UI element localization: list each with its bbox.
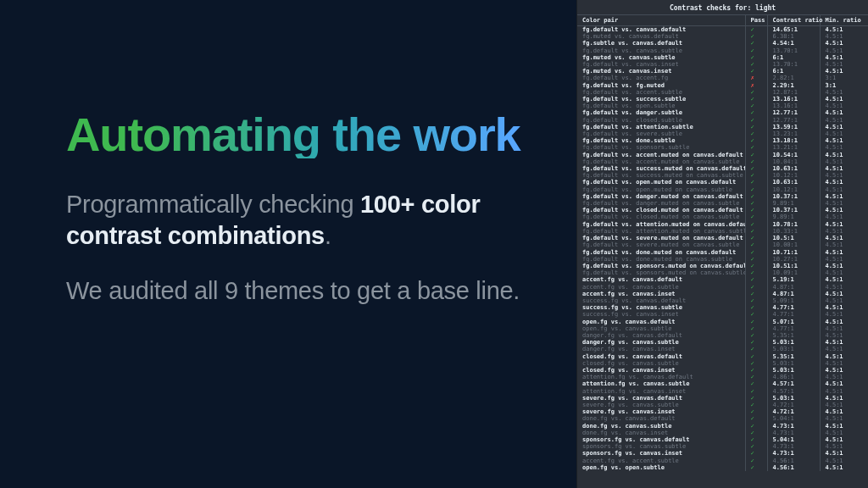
cell-pass: ✓ <box>745 130 767 137</box>
cell-pair: danger.fg vs. canvas.inset <box>577 346 745 352</box>
cell-min: 4.5:1 <box>820 297 868 304</box>
cell-pair: fg.default vs. done.muted on canvas.subt… <box>577 256 745 263</box>
check-icon: ✓ <box>751 158 754 165</box>
col-min: Min. ratio <box>820 15 868 26</box>
table-row: fg.default vs. done.muted on canvas.subt… <box>577 256 868 263</box>
table-row: fg.default vs. closed.muted on canvas.su… <box>577 214 868 220</box>
cell-ratio: 4.56:1 <box>767 458 820 464</box>
cell-pair: accent.fg vs. accent.subtle <box>577 458 745 464</box>
cell-pair: danger.fg vs. canvas.default <box>577 332 745 339</box>
table-row: danger.fg vs. canvas.default✓5.35:14.5:1 <box>577 332 868 339</box>
cell-ratio: 13.70:1 <box>767 47 820 54</box>
cell-min: 4.5:1 <box>820 228 868 235</box>
check-icon: ✓ <box>751 415 754 422</box>
check-icon: ✓ <box>751 249 754 256</box>
table-row: sponsors.fg vs. canvas.default✓5.04:14.5… <box>577 436 868 443</box>
cell-pair: done.fg vs. canvas.default <box>577 415 745 422</box>
cell-ratio: 14.65:1 <box>767 26 820 34</box>
cell-min: 4.5:1 <box>820 380 868 387</box>
check-icon: ✓ <box>751 269 754 276</box>
table-row: fg.default vs. canvas.inset✓13.70:14.5:1 <box>577 61 868 68</box>
cell-pair: fg.default vs. canvas.inset <box>577 61 745 68</box>
cell-pair: success.fg vs. canvas.default <box>577 297 745 304</box>
cell-pass: ✗ <box>745 75 767 81</box>
cell-pass: ✓ <box>745 235 767 241</box>
cell-pass: ✓ <box>745 464 767 471</box>
cell-pass: ✗ <box>745 82 767 89</box>
cell-pass: ✓ <box>745 137 767 144</box>
cell-pair: done.fg vs. canvas.subtle <box>577 423 745 430</box>
cell-ratio: 13.23:1 <box>767 130 820 137</box>
cell-pass: ✓ <box>745 33 767 40</box>
contrast-table: Color pair Pass Contrast ratio Min. rati… <box>577 14 868 471</box>
subtitle-2: We audited all 9 themes to get a base li… <box>66 275 542 307</box>
cell-pair: fg.default vs. done.subtle <box>577 137 745 144</box>
cell-pass: ✓ <box>745 319 767 325</box>
cell-pair: fg.default vs. danger.subtle <box>577 109 745 116</box>
check-icon: ✓ <box>751 235 754 241</box>
cell-pass: ✓ <box>745 193 767 200</box>
cell-ratio: 9.89:1 <box>767 214 820 220</box>
cell-ratio: 10.37:1 <box>767 207 820 214</box>
cell-ratio: 5.03:1 <box>767 339 820 346</box>
cell-pass: ✓ <box>745 436 767 443</box>
table-row: severe.fg vs. canvas.subtle✓4.72:14.5:1 <box>577 402 868 408</box>
cell-min: 3:1 <box>820 82 868 89</box>
check-icon: ✓ <box>751 319 754 325</box>
table-row: fg.muted vs. canvas.subtle✓6:14.5:1 <box>577 54 868 61</box>
cell-min: 4.5:1 <box>820 26 868 34</box>
cell-pair: fg.default vs. severe.subtle <box>577 130 745 137</box>
cell-min: 4.5:1 <box>820 464 868 471</box>
check-icon: ✓ <box>751 172 754 179</box>
cell-min: 4.5:1 <box>820 353 868 360</box>
cell-min: 4.5:1 <box>820 130 868 137</box>
table-row: fg.default vs. canvas.default✓14.65:14.5… <box>577 26 868 34</box>
check-icon: ✓ <box>751 353 754 360</box>
cell-pair: open.fg vs. canvas.default <box>577 319 745 325</box>
cell-pair: fg.default vs. done.muted on canvas.defa… <box>577 249 745 256</box>
check-icon: ✓ <box>751 89 754 96</box>
check-icon: ✓ <box>751 395 754 402</box>
cell-min: 4.5:1 <box>820 395 868 402</box>
cell-min: 4.5:1 <box>820 152 868 158</box>
cell-pair: fg.default vs. success.muted on canvas.d… <box>577 165 745 172</box>
check-icon: ✓ <box>751 450 754 457</box>
check-icon: ✓ <box>751 367 754 374</box>
table-row: attention.fg vs. canvas.subtle✓4.57:14.5… <box>577 380 868 387</box>
cell-min: 4.5:1 <box>820 235 868 241</box>
cell-min: 4.5:1 <box>820 124 868 130</box>
check-icon: ✓ <box>751 33 754 40</box>
check-icon: ✓ <box>751 68 754 75</box>
check-icon: ✓ <box>751 193 754 200</box>
cell-min: 4.5:1 <box>820 269 868 276</box>
table-row: fg.default vs. severe.muted on canvas.su… <box>577 241 868 248</box>
table-row: severe.fg vs. canvas.inset✓4.72:14.5:1 <box>577 408 868 415</box>
cell-ratio: 10.54:1 <box>767 152 820 158</box>
cell-min: 4.5:1 <box>820 96 868 103</box>
check-icon: ✓ <box>751 103 754 109</box>
cell-min: 4.5:1 <box>820 214 868 220</box>
check-icon: ✓ <box>751 346 754 352</box>
cell-ratio: 4.87:1 <box>767 284 820 291</box>
cell-min: 4.5:1 <box>820 423 868 430</box>
table-row: fg.default vs. success.muted on canvas.s… <box>577 172 868 179</box>
cell-ratio: 10.09:1 <box>767 269 820 276</box>
cell-min: 4.5:1 <box>820 339 868 346</box>
cell-pair: fg.default vs. danger.muted on canvas.su… <box>577 200 745 207</box>
cell-pair: fg.default vs. closed.muted on canvas.de… <box>577 207 745 214</box>
cell-pass: ✓ <box>745 89 767 96</box>
cell-ratio: 4.86:1 <box>767 374 820 380</box>
cell-ratio: 2.29:1 <box>767 82 820 89</box>
cell-ratio: 13.16:1 <box>767 96 820 103</box>
cell-pair: attention.fg vs. canvas.subtle <box>577 380 745 387</box>
cell-pass: ✓ <box>745 408 767 415</box>
cell-ratio: 4.72:1 <box>767 402 820 408</box>
cell-ratio: 10.51:1 <box>767 263 820 269</box>
cell-min: 4.5:1 <box>820 360 868 367</box>
cell-pair: success.fg vs. canvas.subtle <box>577 304 745 311</box>
cell-pair: fg.default vs. accent.muted on canvas.de… <box>577 152 745 158</box>
table-row: success.fg vs. canvas.default✓5.09:14.5:… <box>577 297 868 304</box>
cell-pair: open.fg vs. canvas.subtle <box>577 325 745 332</box>
cell-pair: fg.default vs. accent.muted on canvas.su… <box>577 158 745 165</box>
cell-ratio: 4.73:1 <box>767 430 820 436</box>
